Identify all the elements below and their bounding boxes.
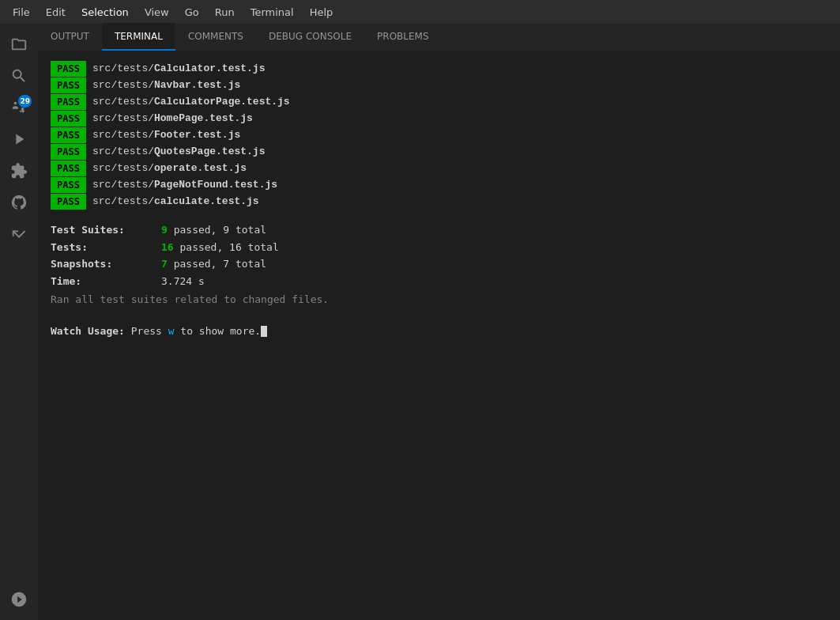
test-result-row: PASS src/tests/calculate.test.js [51,194,827,210]
pass-badge: PASS [51,177,86,193]
stat-snapshots-value: 7 passed, 7 total [161,256,266,272]
test-path: src/tests/Footer.test.js [92,127,240,143]
pass-badge: PASS [51,61,86,77]
stat-suites-label: Test Suites: [51,222,161,238]
test-path: src/tests/Navbar.test.js [92,78,240,93]
menu-file[interactable]: File [6,5,36,20]
pass-badge: PASS [51,94,86,110]
sidebar-icon-run[interactable] [5,125,33,153]
search-icon [10,67,28,85]
test-result-row: PASS src/tests/QuotesPage.test.js [51,144,827,160]
github-icon [10,194,28,211]
run-icon [10,130,28,148]
test-path: src/tests/QuotesPage.test.js [92,144,265,160]
menu-go[interactable]: Go [179,5,205,20]
test-result-row: PASS src/tests/Navbar.test.js [51,78,827,93]
ran-line: Ran all test suites related to changed f… [51,292,827,308]
stat-suites-passed: 9 [161,224,168,236]
sidebar-icon-account[interactable] [5,585,33,614]
sidebar-icon-extensions[interactable] [5,157,33,185]
tab-bar: OUTPUT TERMINAL COMMENTS DEBUG CONSOLE P… [38,24,840,51]
menu-run[interactable]: Run [209,5,241,20]
watch-label: Watch Usage: [51,325,125,337]
pass-badge: PASS [51,144,86,160]
menu-view[interactable]: View [138,5,175,20]
test-result-row: PASS src/tests/operate.test.js [51,161,827,176]
tab-output[interactable]: OUTPUT [38,23,102,51]
stat-time-label: Time: [51,274,161,289]
sidebar-icon-github[interactable] [5,188,33,217]
pass-badge: PASS [51,111,86,127]
stat-snapshots-label: Snapshots: [51,256,161,272]
menu-terminal[interactable]: Terminal [244,5,300,20]
sidebar: 29 [0,24,38,620]
terminal-panel[interactable]: PASS src/tests/Calculator.test.js PASS s… [38,51,840,620]
menu-edit[interactable]: Edit [40,5,72,20]
cursor [261,326,267,337]
test-result-row: PASS src/tests/CalculatorPage.test.js [51,94,827,110]
stats-section: Test Suites: 9 passed, 9 total Tests: 16… [51,222,827,308]
test-path: src/tests/operate.test.js [92,161,247,176]
test-path: src/tests/PageNotFound.test.js [92,177,277,193]
watch-key: w [168,325,175,337]
deploy-icon [10,225,28,243]
stat-tests: Tests: 16 passed, 16 total [51,240,827,255]
stat-suites-value: 9 passed, 9 total [161,222,266,238]
tab-debug-console[interactable]: DEBUG CONSOLE [256,23,364,51]
pass-badge: PASS [51,78,86,93]
stat-suites: Test Suites: 9 passed, 9 total [51,222,827,238]
sidebar-icon-explorer[interactable] [5,30,33,59]
stat-time-value: 3.724 s [161,274,205,289]
stat-snapshots: Snapshots: 7 passed, 7 total [51,256,827,272]
test-result-row: PASS src/tests/Calculator.test.js [51,61,827,77]
sidebar-icon-source-control[interactable]: 29 [5,93,33,122]
stat-snapshots-passed: 7 [161,258,168,270]
tab-problems[interactable]: PROBLEMS [364,23,442,51]
menubar: File Edit Selection View Go Run Terminal… [0,0,840,24]
source-control-badge: 29 [18,95,32,108]
menu-selection[interactable]: Selection [75,5,135,20]
menu-help[interactable]: Help [303,5,340,20]
test-path: src/tests/HomePage.test.js [92,111,253,127]
test-path: src/tests/CalculatorPage.test.js [92,94,290,110]
test-result-row: PASS src/tests/Footer.test.js [51,127,827,143]
pass-badge: PASS [51,194,86,210]
watch-usage: Watch Usage: Press w to show more. [51,323,827,339]
pass-badge: PASS [51,127,86,143]
test-path: src/tests/Calculator.test.js [92,61,265,77]
content-area: OUTPUT TERMINAL COMMENTS DEBUG CONSOLE P… [38,24,840,620]
sidebar-icon-search[interactable] [5,62,33,90]
account-icon [10,591,28,608]
sidebar-icon-deploy[interactable] [5,220,33,248]
test-result-row: PASS src/tests/PageNotFound.test.js [51,177,827,193]
tab-comments[interactable]: COMMENTS [175,23,256,51]
test-path: src/tests/calculate.test.js [92,194,259,210]
stat-time: Time: 3.724 s [51,274,827,289]
extensions-icon [10,162,28,180]
test-result-row: PASS src/tests/HomePage.test.js [51,111,827,127]
stat-tests-label: Tests: [51,240,161,255]
tab-terminal[interactable]: TERMINAL [102,23,175,51]
stat-tests-passed: 16 [161,241,174,253]
files-icon [10,36,28,53]
main-layout: 29 [0,24,840,620]
stat-tests-value: 16 passed, 16 total [161,240,279,255]
pass-badge: PASS [51,161,86,176]
